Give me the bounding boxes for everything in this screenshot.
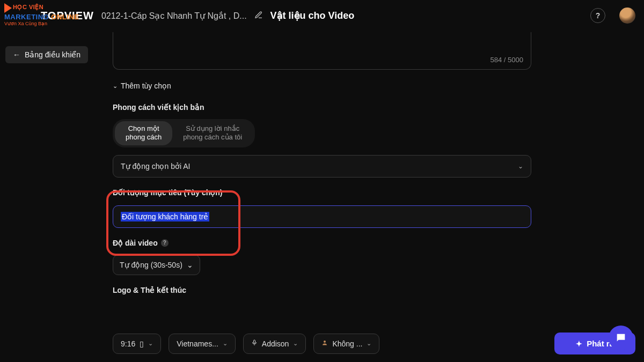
video-length-select[interactable]: Tự động (30s-50s) ⌄ [113,255,200,275]
video-length-label: Độ dài video ? [113,239,531,247]
segment-choose-style[interactable]: Chọn một phong cách [115,121,172,145]
microphone-icon [251,339,258,348]
logo-endcard-label: Logo & Thẻ kết thúc [113,286,531,294]
help-button[interactable]: ? [590,8,605,23]
script-style-label: Phong cách viết kịch bản [113,103,531,112]
app-header: TOPVIEW 0212-1-Cáp Sạc Nhanh Tự Ngắt , D… [0,0,644,31]
avatar-value: Không ... [332,339,362,348]
edit-icon[interactable] [254,11,263,21]
main-panel: 584 / 5000 ⌄ Thêm tùy chọn Phong cách vi… [113,32,531,324]
char-counter: 584 / 5000 [491,56,523,64]
chevron-down-icon: ⌄ [518,162,523,170]
style-select-value: Tự động chọn bởi AI [121,162,190,171]
sparkle-icon: ✦ [576,339,582,348]
breadcrumb[interactable]: 0212-1-Cáp Sạc Nhanh Tự Ngắt , D... [101,11,247,21]
chevron-down-icon: ⌄ [148,340,153,347]
bottom-toolbar: 9:16 ▯ ⌄ Vietnames... ⌄ Addison ⌄ Không … [113,333,635,354]
script-style-segmented: Chọn một phong cách Sử dụng lời nhắc pho… [113,119,255,147]
arrow-left-icon: ← [13,50,20,59]
language-value: Vietnames... [177,339,218,348]
more-options-label: Thêm tùy chọn [121,82,171,90]
chevron-down-icon: ⌄ [113,83,118,90]
chevron-down-icon: ⌄ [223,340,228,347]
style-select[interactable]: Tự động chọn bởi AI ⌄ [113,155,531,178]
more-options-toggle[interactable]: ⌄ Thêm tùy chọn [113,82,531,90]
person-icon [321,339,328,348]
chevron-down-icon: ⌄ [187,261,193,269]
video-length-value: Tự động (30s-50s) [120,261,182,269]
aspect-ratio-select[interactable]: 9:16 ▯ ⌄ [113,334,161,354]
chat-fab[interactable] [609,326,633,350]
avatar-select[interactable]: Không ... ⌄ [313,334,379,354]
back-to-dashboard-button[interactable]: ← Bảng điều khiển [5,46,88,63]
aspect-ratio-value: 9:16 [121,339,135,348]
back-label: Bảng điều khiển [25,50,80,59]
page-title: Vật liệu cho Video [270,10,355,21]
user-avatar[interactable] [619,8,635,24]
language-select[interactable]: Vietnames... ⌄ [169,334,236,354]
segment-use-my-prompt[interactable]: Sử dụng lời nhắc phong cách của tôi [172,121,253,145]
chevron-down-icon: ⌄ [293,340,298,347]
help-icon[interactable]: ? [161,239,169,247]
svg-rect-0 [253,340,255,343]
phone-icon: ▯ [140,339,144,348]
target-audience-value: Đối tượng khách hàng trẻ [121,212,209,221]
voice-select[interactable]: Addison ⌄ [243,334,306,354]
watermark-logo: HỌC VIỆN MARKETING ONLINE Vươn Xa Cùng B… [4,2,79,26]
chevron-down-icon: ⌄ [367,340,371,347]
description-textarea[interactable]: 584 / 5000 [113,32,531,70]
svg-point-1 [324,341,326,343]
target-audience-label: Đối tượng mục tiêu (Tùy chọn) [113,188,531,197]
voice-value: Addison [262,339,289,348]
target-audience-input[interactable]: Đối tượng khách hàng trẻ [113,205,531,228]
